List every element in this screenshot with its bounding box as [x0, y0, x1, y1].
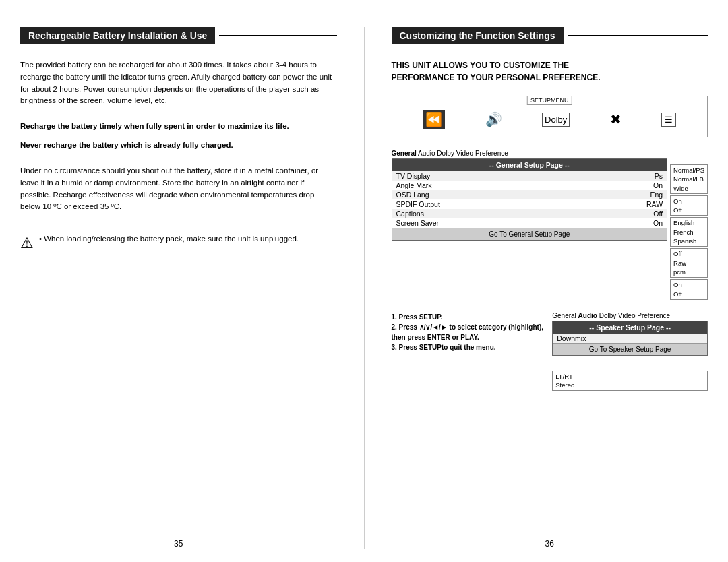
right-column: Customizing the Function Settings THIS U…: [392, 27, 708, 549]
speaker-option-downmix: LT/RTStereo: [552, 371, 708, 392]
left-page-number: 35: [20, 529, 337, 549]
speaker-setup-area: General Audio Dolby Video Preference -- …: [552, 312, 708, 392]
tab-video-s[interactable]: Video: [618, 312, 635, 319]
menu-icon-close[interactable]: ✖: [610, 111, 621, 127]
general-table-header: -- General Setup Page --: [392, 159, 667, 171]
option-group-osd: EnglishFrenchSpanish: [670, 217, 708, 247]
speaker-table-header: -- Speaker Setup Page --: [553, 321, 707, 334]
table-row: Angle MarkOn: [392, 181, 667, 190]
row-value: On: [653, 219, 663, 227]
menu-icons-row: ⏪ 🔊 Dolby ✖ ☰: [396, 100, 704, 133]
tab-general-audio[interactable]: General: [552, 312, 576, 319]
right-section-header: Customizing the Function Settings: [392, 27, 708, 44]
option-group-spdif: OffRawpcm: [670, 248, 708, 278]
speaker-table-row-downmix: Downmix: [553, 334, 707, 343]
instr-step2: 2. Press ∧/∨/◄/► to select category (hig…: [392, 322, 547, 342]
option-group-captions: OnOff: [670, 279, 708, 300]
intro-line1: THIS UNIT ALLOWS YOU TO CUSTOMIZE THE: [392, 59, 708, 71]
instr-step1: 1. Press SETUP.: [392, 312, 547, 322]
tab-dolby[interactable]: Dolby: [437, 150, 454, 157]
instructions-left: 1. Press SETUP. 2. Press ∧/∨/◄/► to sele…: [392, 312, 547, 392]
general-options-column: Normal/PSNormal/LBWide OnOff EnglishFren…: [670, 164, 708, 300]
menu-icon-back[interactable]: ⏪: [423, 110, 445, 129]
tab-general[interactable]: General: [392, 150, 417, 157]
left-section-title: Rechargeable Battery Installation & Use: [20, 27, 215, 44]
row-label: TV Display: [396, 172, 431, 180]
left-section-header: Rechargeable Battery Installation & Use: [20, 27, 337, 44]
row-label: SPDIF Output: [396, 200, 440, 208]
tab-video[interactable]: Video: [456, 150, 473, 157]
row-value: Off: [653, 210, 663, 218]
table-row: SPDIF OutputRAW: [392, 199, 667, 209]
speaker-table-footer[interactable]: Go To Speaker Setup Page: [553, 343, 707, 355]
table-row: OSD LangEng: [392, 190, 667, 199]
right-header-line: [568, 35, 708, 36]
battery-bold-text-1: Recharge the battery timely when fully s…: [20, 121, 337, 133]
battery-body-text-2: Under no circumstance should you short o…: [20, 165, 337, 213]
instructions-area: 1. Press SETUP. 2. Press ∧/∨/◄/► to sele…: [392, 312, 708, 392]
row-value: RAW: [646, 200, 663, 208]
tab-dolby-s[interactable]: Dolby: [599, 312, 617, 319]
menu-icon-menu[interactable]: ☰: [661, 113, 676, 127]
table-row: Screen SaverOn: [392, 218, 667, 228]
speaker-setup-table: -- Speaker Setup Page -- Downmix Go To S…: [552, 321, 708, 356]
warning-icon: ⚠: [20, 235, 34, 252]
table-row: CaptionsOff: [392, 209, 667, 218]
option-group-angle: OnOff: [670, 195, 708, 216]
row-value: Eng: [650, 191, 663, 199]
right-page-number: 36: [392, 529, 708, 549]
warning-section: ⚠ • When loading/releasing the battery p…: [20, 233, 337, 252]
menu-icon-dolby[interactable]: Dolby: [542, 113, 570, 127]
general-table-footer[interactable]: Go To General Setup Page: [392, 228, 667, 240]
battery-body-text-1: The provided battery can be recharged fo…: [20, 59, 337, 107]
right-section-title: Customizing the Function Settings: [392, 27, 564, 44]
general-setup-area: General Audio Dolby Video Preference -- …: [392, 150, 708, 300]
battery-bold-text-2: Never recharge the battery which is alre…: [20, 139, 337, 152]
left-column: Rechargeable Battery Installation & Use …: [20, 27, 337, 549]
warning-text: • When loading/releasing the battery pac…: [39, 233, 299, 245]
general-menu-tabs: General Audio Dolby Video Preference: [392, 150, 668, 157]
row-value: Ps: [655, 172, 663, 180]
row-label: Angle Mark: [396, 181, 432, 189]
left-header-line: [219, 35, 336, 36]
setup-menu-container: SETUPMENU ⏪ 🔊 Dolby ✖ ☰: [392, 96, 708, 137]
tab-audio-active[interactable]: Audio: [578, 312, 597, 319]
menu-icon-sound[interactable]: 🔊: [485, 111, 502, 127]
row-label: Captions: [396, 210, 424, 218]
tab-preference-s[interactable]: Preference: [637, 312, 670, 319]
row-value: On: [653, 181, 663, 189]
table-row: TV DisplayPs: [392, 171, 667, 181]
instr-step3: 3. Press SETUPto quit the menu.: [392, 342, 547, 352]
row-label: OSD Lang: [396, 191, 429, 199]
customize-intro: THIS UNIT ALLOWS YOU TO CUSTOMIZE THE PE…: [392, 59, 708, 84]
speaker-menu-tabs: General Audio Dolby Video Preference: [552, 312, 708, 319]
setup-menu-label: SETUPMENU: [527, 96, 572, 105]
intro-line2: PERFORMANCE TO YOUR PERSONAL PREFERENCE.: [392, 71, 708, 84]
tab-preference[interactable]: Preference: [475, 150, 508, 157]
speaker-options-column: LT/RTStereo: [552, 371, 708, 392]
general-setup-table-wrapper: General Audio Dolby Video Preference -- …: [392, 150, 668, 300]
tab-audio[interactable]: Audio: [418, 150, 435, 157]
downmix-label: Downmix: [557, 334, 586, 342]
column-divider: [364, 27, 365, 549]
option-group-tv: Normal/PSNormal/LBWide: [670, 164, 708, 194]
general-setup-table: -- General Setup Page -- TV DisplayPs An…: [392, 158, 668, 241]
row-label: Screen Saver: [396, 219, 439, 227]
